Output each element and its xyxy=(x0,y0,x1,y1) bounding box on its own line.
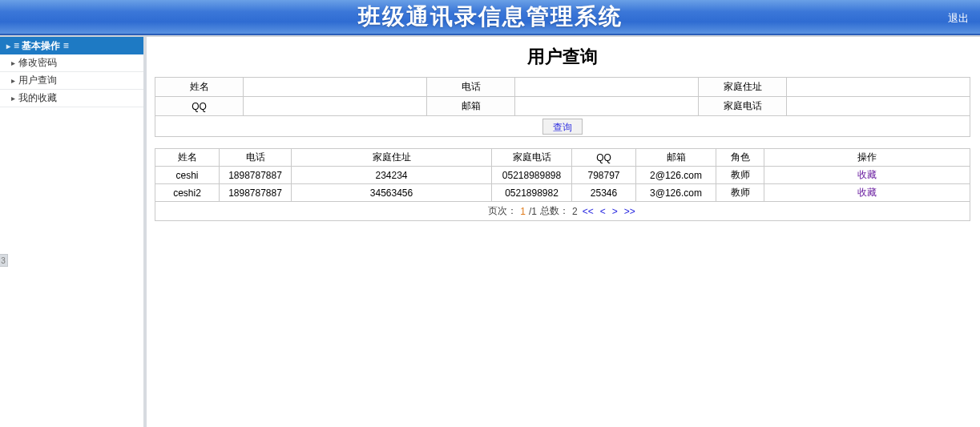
input-qq[interactable] xyxy=(248,99,421,114)
sidebar-group-basic[interactable]: ≡ 基本操作 ≡ xyxy=(0,37,143,54)
input-name[interactable] xyxy=(248,80,421,95)
pager-first[interactable]: << xyxy=(581,206,595,217)
th-phone: 电话 xyxy=(220,149,292,167)
table-header-row: 姓名 电话 家庭住址 家庭电话 QQ 邮箱 角色 操作 xyxy=(155,149,970,167)
results-table: 姓名 电话 家庭住址 家庭电话 QQ 邮箱 角色 操作 ceshi 189878… xyxy=(155,148,970,202)
table-row: ceshi 1898787887 234234 05218989898 7987… xyxy=(155,167,970,184)
cell-qq: 798797 xyxy=(572,167,636,184)
input-address[interactable] xyxy=(792,80,965,95)
sidebar: ≡ 基本操作 ≡ 修改密码 用户查询 我的收藏 3 xyxy=(0,37,147,427)
pager: 页次： 1 /1 总数： 2 << < > >> xyxy=(155,202,970,221)
search-button[interactable]: 查询 xyxy=(542,119,583,135)
cell-phone: 1898787887 xyxy=(220,184,292,202)
sidebar-item-label: 用户查询 xyxy=(18,74,57,87)
th-name: 姓名 xyxy=(155,149,220,167)
table-row: ceshi2 1898787887 34563456 0521898982 25… xyxy=(155,184,970,202)
sidebar-collapse-handle[interactable]: 3 xyxy=(0,254,8,267)
label-phone: 电话 xyxy=(427,78,515,97)
input-phone[interactable] xyxy=(520,80,693,95)
label-address: 家庭住址 xyxy=(699,78,787,97)
pager-prefix: 页次： xyxy=(488,204,517,218)
cell-name: ceshi xyxy=(155,167,220,184)
cell-homephone: 05218989898 xyxy=(492,167,572,184)
label-name: 姓名 xyxy=(155,78,244,97)
search-form: 姓名 电话 家庭住址 QQ 邮箱 家庭电话 查询 xyxy=(155,77,970,137)
label-qq: QQ xyxy=(155,97,244,116)
sidebar-item-label: 修改密码 xyxy=(18,56,57,70)
label-homephone: 家庭电话 xyxy=(699,97,787,116)
cell-role: 教师 xyxy=(716,184,764,202)
cell-phone: 1898787887 xyxy=(220,167,292,184)
pager-total: 2 xyxy=(572,206,578,217)
cell-name: ceshi2 xyxy=(155,184,220,202)
cell-qq: 25346 xyxy=(572,184,636,202)
label-email: 邮箱 xyxy=(427,97,515,116)
pager-prev[interactable]: < xyxy=(599,206,607,217)
th-email: 邮箱 xyxy=(636,149,716,167)
input-homephone[interactable] xyxy=(792,99,965,114)
cell-address: 234234 xyxy=(292,167,492,184)
th-action: 操作 xyxy=(764,149,970,167)
th-address: 家庭住址 xyxy=(292,149,492,167)
th-role: 角色 xyxy=(716,149,764,167)
pager-sep: /1 xyxy=(529,206,537,217)
logout-link[interactable]: 退出 xyxy=(948,11,969,26)
sidebar-item-label: 我的收藏 xyxy=(18,91,57,105)
sidebar-item-user-query[interactable]: 用户查询 xyxy=(0,72,143,90)
sidebar-item-change-password[interactable]: 修改密码 xyxy=(0,54,143,72)
app-header: 班级通讯录信息管理系统 退出 xyxy=(0,0,980,35)
input-email[interactable] xyxy=(520,99,693,114)
pager-total-label: 总数： xyxy=(540,204,569,218)
app-title: 班级通讯录信息管理系统 xyxy=(358,2,623,32)
page-title: 用户查询 xyxy=(155,45,970,69)
pager-next[interactable]: > xyxy=(611,206,619,217)
th-homephone: 家庭电话 xyxy=(492,149,572,167)
cell-role: 教师 xyxy=(716,167,764,184)
main-content: 用户查询 姓名 电话 家庭住址 QQ 邮箱 家庭电话 xyxy=(147,37,980,427)
cell-homephone: 0521898982 xyxy=(492,184,572,202)
pager-last[interactable]: >> xyxy=(623,206,637,217)
favorite-link[interactable]: 收藏 xyxy=(764,167,970,184)
cell-email: 3@126.com xyxy=(636,184,716,202)
th-qq: QQ xyxy=(572,149,636,167)
cell-email: 2@126.com xyxy=(636,167,716,184)
favorite-link[interactable]: 收藏 xyxy=(764,184,970,202)
pager-current: 1 xyxy=(520,206,526,217)
cell-address: 34563456 xyxy=(292,184,492,202)
sidebar-item-my-favorites[interactable]: 我的收藏 xyxy=(0,90,143,107)
